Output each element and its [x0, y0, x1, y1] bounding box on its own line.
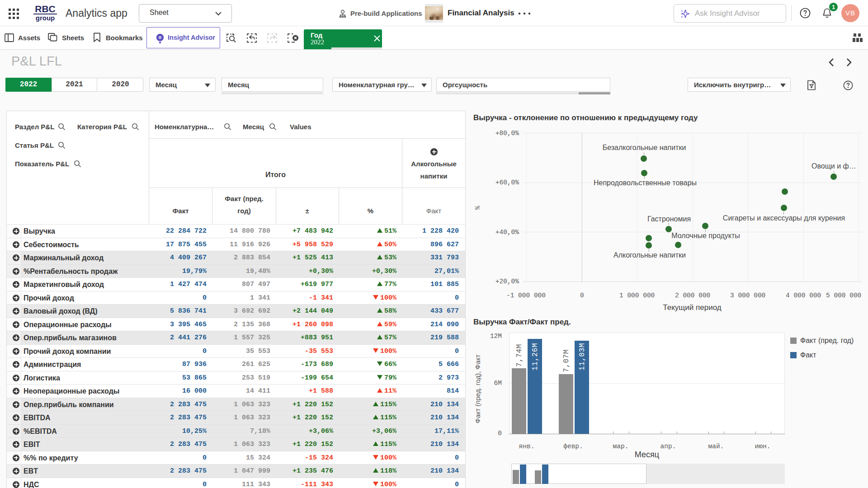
svg-text:7,74M: 7,74M — [515, 344, 524, 367]
svg-text:11,26M: 11,26M — [531, 343, 539, 371]
svg-text:7,07M: 7,07M — [562, 349, 571, 372]
svg-text:11,03M: 11,03M — [578, 343, 586, 371]
